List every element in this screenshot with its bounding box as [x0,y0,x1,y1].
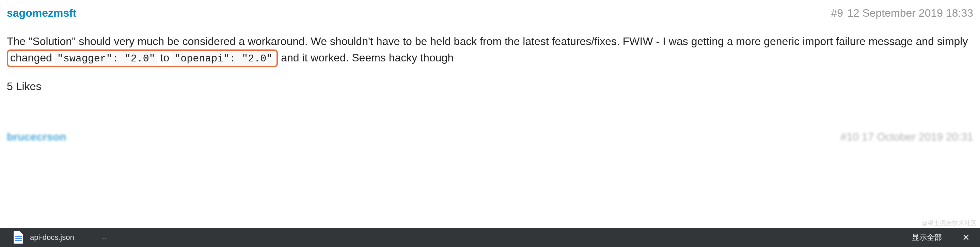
post-meta: #912 September 2019 18:33 [831,7,973,19]
highlight-prefix: changed [10,51,55,64]
chevron-up-icon[interactable]: ︿ [102,233,108,242]
watermark: @稀土掘金技术社区 [921,219,977,227]
download-item[interactable]: api-docs.json ︿ [0,228,118,247]
post-header: sagomezmsft #912 September 2019 18:33 [7,7,973,19]
code-openapi: "openapi": "2.0" [172,52,274,65]
likes-count[interactable]: 5 Likes [7,80,973,93]
body-text-2: and it worked. Seems hacky though [278,51,453,64]
download-file-name: api-docs.json [30,233,74,242]
browser-download-bar: api-docs.json ︿ 显示全部 ✕ [0,228,980,247]
author-link[interactable]: sagomezmsft [7,7,76,19]
close-icon[interactable]: ✕ [952,233,980,243]
body-text-1: The "Solution" should very much be consi… [7,35,968,47]
next-author: brucecrson [7,131,66,143]
highlight-mid: to [158,51,172,64]
code-swagger: "swagger": "2.0" [55,52,158,65]
highlight-box: changed "swagger": "2.0" to "openapi": "… [7,50,278,67]
show-all-button[interactable]: 显示全部 [902,233,952,242]
post-number: #9 [831,7,843,19]
post-body: The "Solution" should very much be consi… [7,33,973,67]
forum-post: sagomezmsft #912 September 2019 18:33 Th… [0,0,980,93]
file-icon [14,231,23,244]
post-date: 12 September 2019 18:33 [847,7,973,19]
next-meta: #10 17 October 2019 20:31 [840,131,973,143]
next-post-preview: brucecrson #10 17 October 2019 20:31 [0,110,980,143]
